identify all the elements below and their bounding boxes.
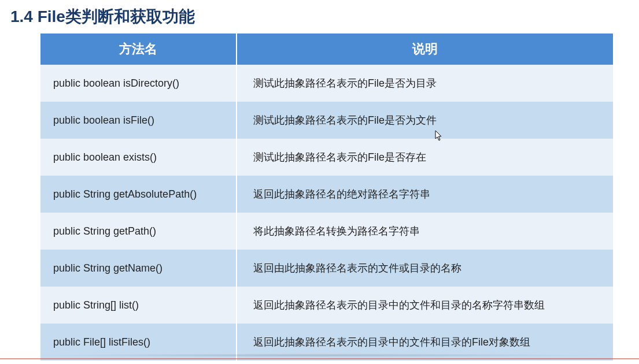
methods-table-container: 方法名 说明 public boolean isDirectory()测试此抽象…: [40, 34, 613, 361]
bottom-shadow: [29, 354, 610, 357]
method-cell: public String[] list(): [40, 287, 237, 324]
description-cell: 测试此抽象路径名表示的File是否为目录: [237, 65, 613, 102]
method-cell: public boolean exists(): [40, 139, 237, 176]
header-method: 方法名: [40, 34, 237, 65]
method-cell: public boolean isFile(): [40, 102, 237, 139]
description-cell: 测试此抽象路径名表示的File是否存在: [237, 139, 613, 176]
header-description: 说明: [237, 34, 613, 65]
table-row: public String[] list()返回此抽象路径名表示的目录中的文件和…: [40, 287, 613, 324]
description-cell: 返回此抽象路径名表示的目录中的文件和目录的名称字符串数组: [237, 287, 613, 324]
method-cell: public String getName(): [40, 250, 237, 287]
description-cell: 将此抽象路径名转换为路径名字符串: [237, 213, 613, 250]
methods-table: 方法名 说明 public boolean isDirectory()测试此抽象…: [40, 34, 613, 361]
method-cell: public boolean isDirectory(): [40, 65, 237, 102]
table-row: public String getPath()将此抽象路径名转换为路径名字符串: [40, 213, 613, 250]
description-cell: 返回此抽象路径名的绝对路径名字符串: [237, 176, 613, 213]
description-cell: 返回由此抽象路径名表示的文件或目录的名称: [237, 250, 613, 287]
table-row: public String getAbsolutePath()返回此抽象路径名的…: [40, 176, 613, 213]
table-row: public String getName()返回由此抽象路径名表示的文件或目录…: [40, 250, 613, 287]
bottom-divider: [0, 358, 639, 359]
table-row: public boolean exists()测试此抽象路径名表示的File是否…: [40, 139, 613, 176]
description-cell: 测试此抽象路径名表示的File是否为文件: [237, 102, 613, 139]
method-cell: public String getPath(): [40, 213, 237, 250]
method-cell: public String getAbsolutePath(): [40, 176, 237, 213]
table-row: public boolean isFile()测试此抽象路径名表示的File是否…: [40, 102, 613, 139]
section-heading: 1.4 File类判断和获取功能: [0, 0, 639, 34]
table-row: public boolean isDirectory()测试此抽象路径名表示的F…: [40, 65, 613, 102]
